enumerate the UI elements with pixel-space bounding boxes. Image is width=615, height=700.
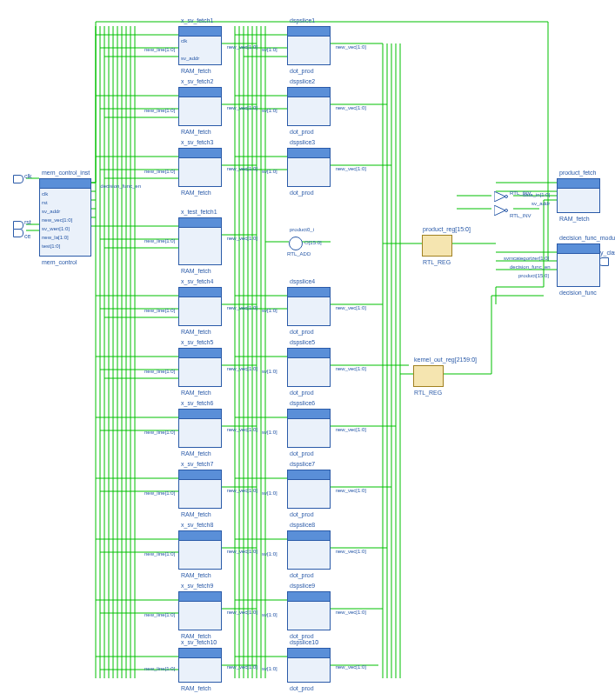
mem-control-title: mem_control_inst — [42, 170, 90, 176]
svg-marker-114 — [494, 191, 505, 202]
sv-fetch-9: x_sv_fetch9 new_line[1:0] new_vec[1:0] R… — [178, 591, 222, 630]
dsp-1: dspslice1 sv[1:0] new_vec[1:0] dot_prod — [287, 26, 331, 65]
rtl-inv-2 — [494, 205, 508, 217]
rtl-inv-1 — [494, 191, 508, 203]
rtl-add-label3: RTL_ADD — [287, 251, 311, 257]
ce-label: ce — [24, 233, 30, 239]
test-fetch-1: x_test_fetch1 new_line[1:0] new_vec[1:0]… — [178, 217, 222, 265]
product-fetch-block: product_fetch data_in[1:0] sv_addr RAM_f… — [557, 178, 600, 213]
dsp-6: dspslice6 sv[1:0] new_vec[1:0] dot_prod — [287, 409, 331, 448]
sv-fetch-6: x_sv_fetch6 new_line[1:0] new_vec[1:0] R… — [178, 409, 222, 448]
kernel-out-reg: kernel_out_reg[2159:0] RTL_REG — [413, 365, 444, 387]
decision-func-block: decision_func_module svmcategorizer[1:0]… — [557, 243, 600, 287]
mem-control-block: mem_control_inst clk rst sv_addr new_vec… — [39, 178, 91, 257]
sv-fetch-10: x_sv_fetch10 new_line[1:0] new_vec[1:0] … — [178, 648, 222, 683]
ce-pin — [13, 229, 23, 237]
mem-control-footer: mem_control — [42, 259, 77, 265]
dsp-2: dspslice2 sv[1:0] new_vec[1:0] dot_prod — [287, 87, 331, 126]
schematic-canvas: clk rst ce y_class mem_control_inst clk … — [9, 9, 606, 691]
sv-fetch-1: x_sv_fetch1 clk new_line[1:0] sv_addr ne… — [178, 26, 222, 65]
rst-label: rst — [24, 219, 31, 225]
dsp-9: dspslice9 sv[1:0] new_vec[1:0] dot_prod — [287, 591, 331, 630]
svg-marker-116 — [494, 205, 505, 216]
clk-label: clk — [24, 173, 32, 179]
rtl-add-icon — [289, 237, 303, 250]
product-reg: product_reg[15:0] RTL_REG — [422, 235, 452, 257]
clk-pin — [13, 175, 23, 183]
dsp-5: dspslice5 sv[1:0] new_vec[1:0] dot_prod — [287, 348, 331, 387]
svg-point-117 — [505, 210, 508, 212]
dsp-7: dspslice7 sv[1:0] new_vec[1:0] dot_prod — [287, 470, 331, 509]
sv-fetch-5: x_sv_fetch5 new_line[1:0] new_vec[1:0] R… — [178, 348, 222, 387]
rtl-inv-2-label: RTL_INV — [510, 213, 531, 218]
sv-fetch-7: x_sv_fetch7 new_line[1:0] new_vec[1:0] R… — [178, 470, 222, 509]
y-class-label: y_class — [600, 250, 615, 256]
dsp-3: dspslice3 sv[1:0] new_vec[1:0] dot_prod — [287, 148, 331, 187]
dsp-8: dspslice8 sv[1:0] new_vec[1:0] dot_prod — [287, 530, 331, 570]
sv-fetch-3: x_sv_fetch3 new_line[1:0] new_vec[1:0] R… — [178, 148, 222, 187]
sv-fetch-8: x_sv_fetch8 new_line[1:0] new_vec[1:0] R… — [178, 530, 222, 570]
sv-fetch-4: x_sv_fetch4 new_line[1:0] new_vec[1:0] R… — [178, 287, 222, 326]
rtl-add-label2: O[15:0] — [304, 240, 322, 245]
sv-fetch-2: x_sv_fetch2 new_line[1:0] new_vec[1:0] R… — [178, 87, 222, 126]
dsp-10: dspslice10 sv[1:0] new_vec[1:0] dot_prod — [287, 648, 331, 683]
rtl-add-label1: product0_i — [290, 227, 314, 232]
svg-point-115 — [505, 196, 508, 198]
dsp-4: dspslice4 sv[1:0] new_vec[1:0] dot_prod — [287, 287, 331, 326]
